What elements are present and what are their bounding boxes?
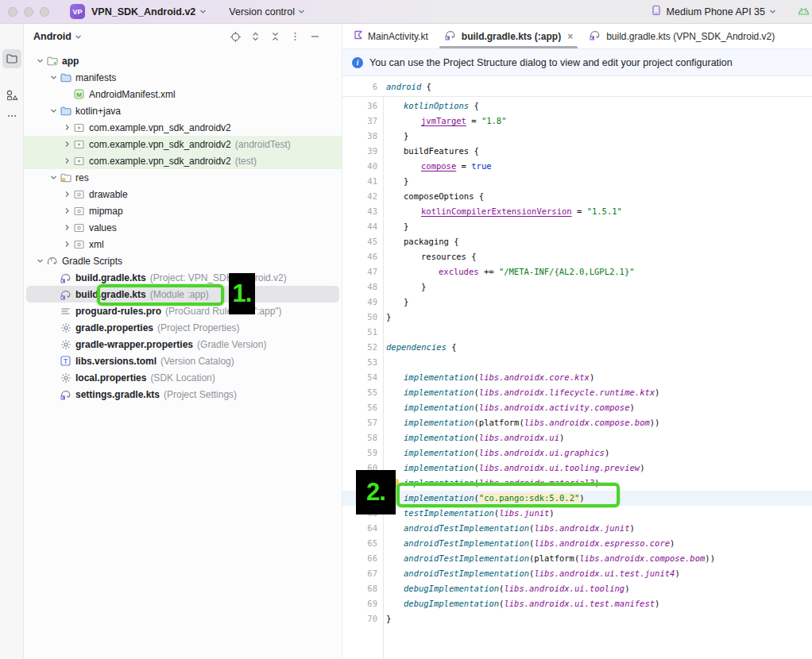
code-line-60[interactable]: 60implementation(libs.androidx.ui.toolin… [342,461,812,476]
code-line-64[interactable]: 64androidTestImplementation(libs.android… [342,521,812,536]
tree-item[interactable]: app [24,52,342,69]
code-line-55[interactable]: 55implementation(libs.androidx.lifecycle… [342,385,812,400]
line-number: 70 [342,611,377,626]
code-line-48[interactable]: 48} [342,279,812,295]
chevron-right-icon[interactable] [61,122,72,133]
editor-tab[interactable]: build.gradle.kts (:app)× [436,24,581,48]
line-number: 39 [342,144,377,159]
chevron-right-icon[interactable] [61,239,72,250]
code-line-49[interactable]: 49} [342,295,812,310]
more-vertical-icon[interactable] [288,30,301,43]
chevron-right-icon[interactable] [61,206,72,217]
code-line-53[interactable]: 53 [342,355,812,370]
code-line-63[interactable]: 63testImplementation(libs.junit) [342,506,812,521]
code-line-62[interactable]: 62implementation("co.pango:sdk:5.0.2") [342,491,812,506]
tree-item-suffix: (Project Properties) [157,322,239,333]
window-minimize-button[interactable] [24,7,33,17]
tree-item-label: app [62,56,79,67]
tree-item[interactable]: local.properties(SDK Location) [24,369,342,386]
tree-item[interactable]: com.example.vpn_sdk_androidv2(androidTes… [24,136,342,152]
resource-manager-icon[interactable] [2,86,21,105]
editor-tab[interactable]: build.gradle.kts (VPN_SDK_Android.v2) [581,24,783,48]
code-line-59[interactable]: 59implementation(libs.androidx.ui.graphi… [342,445,812,461]
expand-all-icon[interactable] [249,30,261,43]
code-line-50[interactable]: 50} [342,310,812,325]
tree-item[interactable]: manifests [24,69,342,86]
code-line-67[interactable]: 67androidTestImplementation(libs.android… [342,566,812,581]
tree-item[interactable]: mipmap [24,202,342,219]
tree-item[interactable]: com.example.vpn_sdk_androidv2 [24,119,342,136]
tree-item[interactable]: res [24,169,342,186]
tree-item[interactable]: drawable [24,186,342,202]
code-line-66[interactable]: 66androidTestImplementation(platform(lib… [342,551,812,566]
toml-file-icon: T [59,355,72,368]
tree-item[interactable]: settings.gradle.kts(Project Settings) [24,386,342,403]
tree-item[interactable]: Gradle Scripts [24,252,342,269]
tree-item[interactable]: proguard-rules.pro(ProGuard Rules for ":… [24,303,342,319]
code-line-51[interactable]: 51 [342,325,812,340]
code-line-68[interactable]: 68debugImplementation(libs.androidx.ui.t… [342,581,812,596]
tree-item[interactable]: gradle.properties(Project Properties) [24,319,342,336]
device-selector[interactable]: Medium Phone API 35 [667,6,765,17]
hide-panel-icon[interactable] [308,30,321,43]
tree-item[interactable]: build.gradle.kts(Module :app) [24,286,342,303]
line-number: 59 [342,445,377,461]
tree-item[interactable]: xml [24,236,342,252]
tree-item[interactable]: gradle-wrapper.properties(Gradle Version… [24,336,342,353]
tree-item[interactable]: kotlin+java [24,102,342,119]
code-line-40[interactable]: 40compose = true [342,159,812,174]
code-line-47[interactable]: 47excludes += "/META-INF/{AL2.0,LGPL2.1}… [342,264,812,279]
project-tree: appmanifestsMAndroidManifest.xmlkotlin+j… [24,52,342,403]
collapse-all-icon[interactable] [269,30,281,43]
tree-item[interactable]: Tlibs.versions.toml(Version Catalog) [24,353,342,369]
code-line-44[interactable]: 44} [342,219,812,234]
gradle-kts-file-icon [59,388,72,401]
code-line-70[interactable]: 70} [342,611,812,626]
code-line-52[interactable]: 52dependencies { [342,340,812,355]
tree-item[interactable]: MAndroidManifest.xml [24,86,342,102]
window-maximize-button[interactable] [40,7,49,17]
chevron-down-icon[interactable] [34,56,45,67]
project-name-menu[interactable]: VPN_SDK_Android.v2 [91,6,195,17]
locate-icon[interactable] [229,30,242,43]
chevron-right-icon[interactable] [61,222,72,233]
code-line-58[interactable]: 58implementation(libs.androidx.ui) [342,430,812,445]
code-editor[interactable]: 6android {36kotlinOptions {37jvmTarget =… [342,76,812,659]
android-head-icon[interactable] [797,5,810,19]
editor-tab[interactable]: MainActivity.kt [346,24,436,48]
tree-item-suffix: (Gradle Version) [197,339,266,350]
code-line-69[interactable]: 69debugImplementation(libs.androidx.ui.t… [342,596,812,611]
code-line-43[interactable]: 43kotlinCompilerExtensionVersion = "1.5.… [342,204,812,219]
code-line-57[interactable]: 57implementation(platform(libs.androidx.… [342,415,812,430]
code-line-56[interactable]: 56implementation(libs.androidx.activity.… [342,400,812,415]
project-view-selector[interactable]: Android [33,31,72,42]
chevron-right-icon[interactable] [61,139,72,150]
chevron-right-icon[interactable] [61,156,72,167]
code-line-61[interactable]: 61implementation(libs.androidx.material3… [342,476,812,491]
more-horizontal-icon[interactable] [2,106,21,125]
version-control-menu[interactable]: Version control [229,6,295,17]
chevron-down-icon[interactable] [48,72,59,83]
code-line-65[interactable]: 65androidTestImplementation(libs.android… [342,536,812,551]
chevron-right-icon[interactable] [61,189,72,200]
chevron-down-icon[interactable] [48,106,59,117]
code-line-42[interactable]: 42composeOptions { [342,189,812,204]
sticky-code-line-6[interactable]: 6android { [342,76,812,97]
code-line-54[interactable]: 54implementation(libs.androidx.core.ktx) [342,370,812,385]
resource-folder-icon [72,238,86,251]
code-line-39[interactable]: 39buildFeatures { [342,144,812,159]
code-line-36[interactable]: 36kotlinOptions { [342,98,812,114]
project-folder-icon[interactable] [2,49,21,68]
tree-item[interactable]: build.gradle.kts(Project: VPN_SDK_Androi… [24,269,342,286]
chevron-down-icon[interactable] [48,172,59,183]
code-line-45[interactable]: 45packaging { [342,234,812,249]
code-line-46[interactable]: 46resources { [342,249,812,264]
code-line-38[interactable]: 38} [342,129,812,144]
tree-item[interactable]: com.example.vpn_sdk_androidv2(test) [24,152,342,169]
chevron-down-icon[interactable] [34,256,45,267]
code-line-37[interactable]: 37jvmTarget = "1.8" [342,114,812,129]
tree-item[interactable]: values [24,219,342,236]
window-close-button[interactable] [8,7,17,17]
code-line-41[interactable]: 41} [342,174,812,189]
close-icon[interactable]: × [567,31,573,42]
